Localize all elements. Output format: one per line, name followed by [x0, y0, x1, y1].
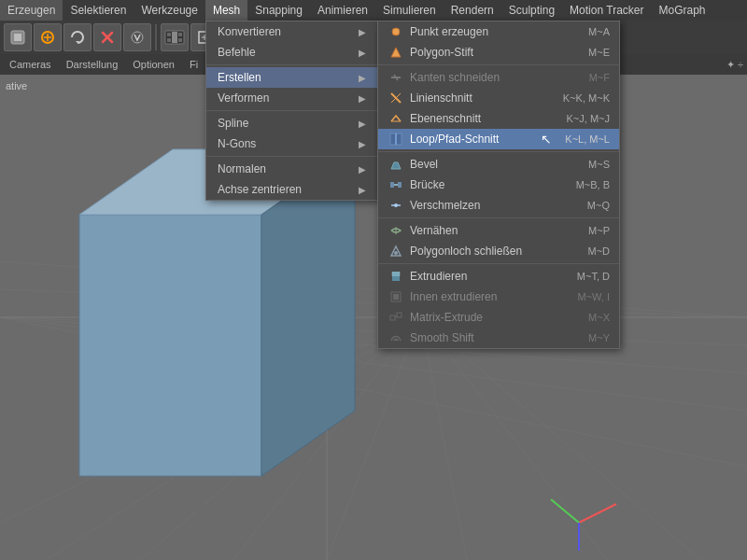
svg-rect-60 [392, 276, 400, 281]
menu-sculpting[interactable]: Sculpting [501, 0, 562, 21]
ebenenschnitt-icon [388, 110, 404, 127]
svg-line-35 [420, 317, 467, 560]
svg-point-46 [392, 28, 400, 35]
toolbar2-fi[interactable]: Fi [184, 59, 204, 70]
svg-rect-61 [392, 272, 400, 276]
menu-erzeugen[interactable]: Erzeugen [0, 0, 63, 21]
toolbar-btn-3[interactable] [63, 23, 92, 51]
sub-linienschnitt[interactable]: Linienschnitt K~K, M~K [378, 88, 619, 108]
bevel-icon [388, 156, 404, 173]
chevron-right-icon: ▶ [359, 93, 366, 104]
toolbar-btn-film[interactable] [161, 23, 189, 51]
mesh-menu-ngons[interactable]: N-Gons ▶ [206, 133, 377, 154]
sub-polygonloch[interactable]: Polygonloch schließen M~D [378, 241, 619, 261]
toolbar2-darstellung[interactable]: Darstellung [61, 59, 124, 70]
menu-mograph[interactable]: MoGraph [651, 0, 712, 21]
mesh-menu-normalen[interactable]: Normalen ▶ [206, 159, 377, 179]
menu-motion-tracker[interactable]: Motion Tracker [562, 0, 651, 21]
smooth-shift-icon [388, 329, 404, 346]
viewport-label: ative [6, 80, 27, 91]
sub-separator-3 [378, 217, 619, 218]
sub-separator-1 [378, 64, 619, 65]
sub-bevel[interactable]: Bevel M~S [378, 154, 619, 175]
sub-matrix-extrude: Matrix-Extrude M~X [378, 307, 619, 328]
kanten-icon [388, 69, 404, 86]
sub-bruecke[interactable]: Brücke M~B, B [378, 175, 619, 195]
punkt-icon [388, 23, 404, 40]
linienschnitt-icon [388, 90, 404, 106]
mesh-menu-befehle[interactable]: Befehle ▶ [206, 42, 377, 63]
toolbar2-right-controls: ✦ ÷ [726, 59, 743, 71]
bruecke-icon [388, 176, 404, 193]
menu-snapping[interactable]: Snapping [247, 0, 310, 21]
mesh-dropdown[interactable]: Konvertieren ▶ Befehle ▶ Erstellen ▶ Ver… [205, 21, 378, 201]
menu-bar: Erzeugen Selektieren Werkzeuge Mesh Snap… [0, 0, 747, 21]
sub-vernaehen[interactable]: Vernähen M~P [378, 220, 619, 241]
svg-rect-8 [178, 38, 182, 42]
dropdown-separator-2 [206, 110, 377, 111]
mesh-menu-spline[interactable]: Spline ▶ [206, 113, 377, 133]
innen-extrude-icon [388, 288, 404, 305]
chevron-right-icon: ▶ [359, 139, 366, 149]
sub-loop-pfad-schnitt[interactable]: Loop/Pfad-Schnitt ↖ K~L, M~L [378, 129, 619, 149]
sub-verschmelzen[interactable]: Verschmelzen M~Q [378, 195, 619, 216]
menu-rendern[interactable]: Rendern [444, 0, 501, 21]
svg-rect-64 [390, 315, 395, 320]
vernaehen-icon [388, 222, 404, 239]
sub-separator-4 [378, 263, 619, 264]
menu-werkzeuge[interactable]: Werkzeuge [134, 0, 204, 21]
toolbar-btn-5[interactable] [123, 23, 151, 51]
svg-rect-5 [167, 33, 171, 36]
sub-ebenenschnitt[interactable]: Ebenenschnitt K~J, M~J [378, 108, 619, 129]
sub-kanten-schneiden: Kanten schneiden M~F [378, 67, 619, 88]
svg-rect-7 [178, 33, 182, 36]
svg-rect-65 [397, 313, 402, 317]
svg-point-57 [394, 203, 398, 207]
erstellen-submenu[interactable]: Punkt erzeugen M~A Polygon-Stift M~E Kan… [377, 21, 620, 349]
svg-rect-63 [393, 294, 399, 300]
verschmelzen-icon [388, 197, 404, 214]
polygonloch-icon [388, 243, 404, 259]
svg-rect-54 [398, 182, 402, 188]
chevron-right-icon: ▶ [359, 73, 366, 83]
chevron-right-icon: ▶ [359, 48, 366, 58]
chevron-right-icon: ▶ [359, 119, 366, 129]
polygon-stift-icon [388, 44, 404, 61]
menu-animieren[interactable]: Animieren [310, 0, 375, 21]
toolbar-separator-1 [155, 24, 157, 50]
sub-polygon-stift[interactable]: Polygon-Stift M~E [378, 42, 619, 63]
chevron-right-icon: ▶ [359, 164, 366, 175]
svg-line-37 [420, 317, 700, 560]
dropdown-separator-3 [206, 156, 377, 157]
svg-line-44 [551, 499, 579, 523]
menu-mesh[interactable]: Mesh [205, 0, 247, 21]
mesh-menu-erstellen[interactable]: Erstellen ▶ [206, 67, 377, 88]
toolbar-btn-2[interactable] [34, 23, 62, 51]
sub-separator-2 [378, 151, 619, 152]
toolbar-btn-1[interactable] [4, 23, 32, 51]
sub-punkt-erzeugen[interactable]: Punkt erzeugen M~A [378, 21, 619, 42]
toolbar-btn-4[interactable] [93, 23, 121, 51]
mesh-menu-konvertieren[interactable]: Konvertieren ▶ [206, 21, 377, 42]
mesh-menu-achse[interactable]: Achse zentrieren ▶ [206, 179, 377, 200]
menu-selektieren[interactable]: Selektieren [63, 0, 134, 21]
dropdown-separator [206, 64, 377, 65]
svg-rect-53 [390, 182, 394, 188]
matrix-extrude-icon [388, 309, 404, 326]
sub-innen-extrudieren: Innen extrudieren M~W, I [378, 287, 619, 307]
menu-simulieren[interactable]: Simulieren [375, 0, 444, 21]
sub-smooth-shift: Smooth Shift M~Y [378, 328, 619, 348]
cursor-icon: ↖ [541, 132, 552, 147]
mesh-menu-verformen[interactable]: Verformen ▶ [206, 88, 377, 108]
svg-rect-9 [172, 32, 177, 43]
sub-extrudieren[interactable]: Extrudieren M~T, D [378, 266, 619, 287]
chevron-right-icon: ▶ [359, 27, 366, 37]
svg-rect-1 [14, 34, 21, 41]
svg-marker-40 [79, 215, 261, 476]
svg-point-59 [394, 251, 398, 255]
toolbar2-optionen[interactable]: Optionen [127, 59, 180, 70]
loop-pfad-icon [388, 131, 404, 147]
toolbar2-cameras[interactable]: Cameras [4, 59, 57, 70]
svg-line-43 [579, 504, 616, 523]
viewport-controls: ✦ ÷ [726, 59, 743, 71]
